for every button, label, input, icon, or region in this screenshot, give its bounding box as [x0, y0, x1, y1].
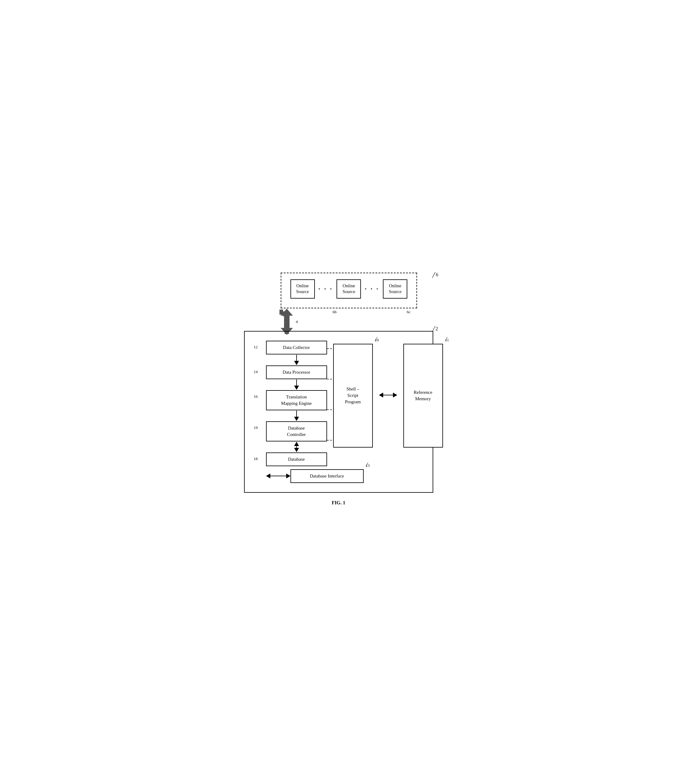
- online-source-1: Online Source: [290, 279, 315, 299]
- database-interface-container: 13 ╱ Database Interface: [290, 469, 364, 483]
- dots-1: · · ·: [318, 285, 333, 293]
- svg-marker-25: [286, 473, 290, 478]
- arrow-processor-to-translation: [266, 379, 327, 390]
- data-collector-box: 12 Data Collector: [266, 341, 327, 355]
- page-container: 6 ╱ Online Source · · · Online Source · …: [232, 266, 446, 518]
- label-6: 6: [436, 272, 438, 277]
- online-source-2: Online Source: [337, 279, 361, 299]
- svg-marker-4: [281, 309, 293, 316]
- reference-memory-box: Reference Memory: [403, 344, 443, 448]
- label-14: 14: [254, 369, 258, 375]
- data-processor-box: 14 Data Processor: [266, 366, 327, 379]
- database-item: 18 Database: [266, 453, 327, 466]
- database-controller-box: 19 Database Controller: [266, 421, 327, 442]
- translation-mapping-box: 16 Translation Mapping Engine: [266, 390, 327, 410]
- arrow-collector-to-processor: [266, 355, 327, 366]
- label-19: 19: [254, 425, 258, 431]
- fig-caption: FIG. 1: [244, 500, 433, 506]
- label-2: 2: [436, 326, 438, 331]
- h-arrow-shell-ref: [379, 391, 397, 400]
- database-controller-item: 19 Database Controller: [266, 421, 327, 442]
- online-source-3: Online Source: [383, 279, 407, 299]
- db-interface-row: 13 ╱ Database Interface: [327, 469, 364, 483]
- h-arrow-db-interface: [266, 472, 290, 480]
- translation-mapping-item: 16 Translation Mapping Engine: [266, 390, 327, 410]
- label-6-slash: ╱: [432, 272, 435, 278]
- label-2-slash: ╱: [433, 326, 435, 331]
- pipeline-column: 12 Data Collector 14 Data Processor: [266, 341, 327, 466]
- label-16: 16: [254, 394, 258, 399]
- dots-2: · · ·: [365, 285, 379, 293]
- label-13-slash: ╱: [366, 462, 368, 467]
- svg-marker-22: [393, 393, 397, 398]
- svg-rect-3: [284, 315, 290, 329]
- svg-marker-9: [294, 386, 299, 390]
- label-11-slash: ╱: [445, 337, 447, 342]
- svg-marker-11: [294, 417, 299, 421]
- label-12: 12: [254, 344, 258, 350]
- right-section: 10 ╱ Shell – Script Program: [333, 341, 443, 466]
- main-box: 2 ╱ 12 Data Collector: [244, 331, 433, 493]
- bottom-row: 13 ╱ Database Interface: [266, 469, 424, 483]
- arrow-controller-to-db: [266, 442, 327, 453]
- label-18: 18: [254, 456, 258, 462]
- label-10-slash: ╱: [375, 337, 377, 342]
- svg-marker-7: [294, 361, 299, 365]
- database-interface-box: Database Interface: [290, 469, 364, 483]
- data-collector-item: 12 Data Collector: [266, 341, 327, 355]
- shell-script-container: 10 ╱ Shell – Script Program: [333, 344, 373, 448]
- arrow-translation-to-controller: [266, 410, 327, 421]
- reference-memory-container: 11 ╱ Reference Memory: [403, 344, 443, 448]
- label-4: 4: [296, 319, 298, 324]
- database-box: 18 Database: [266, 453, 327, 466]
- shell-ref-row: 10 ╱ Shell – Script Program: [333, 344, 443, 448]
- svg-marker-14: [294, 448, 299, 452]
- online-sources-group: Online Source · · · Online Source · · · …: [281, 273, 418, 308]
- shell-script-box: Shell – Script Program: [333, 344, 373, 448]
- data-processor-item: 14 Data Processor: [266, 366, 327, 379]
